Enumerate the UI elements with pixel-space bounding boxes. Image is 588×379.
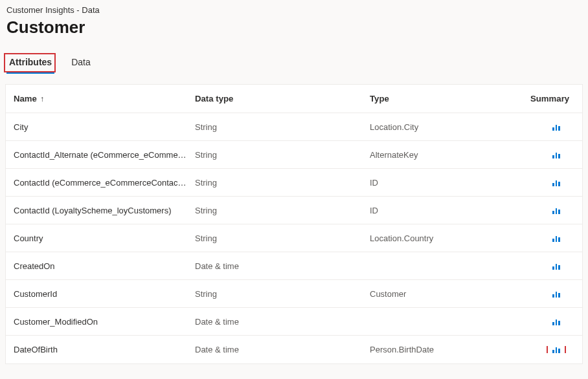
cell-summary — [530, 318, 582, 325]
bar-chart-icon[interactable] — [552, 346, 560, 353]
cell-data-type: String — [187, 233, 362, 243]
breadcrumb[interactable]: Customer Insights - Data — [0, 0, 588, 16]
bar-chart-icon[interactable] — [552, 207, 560, 214]
bar-chart-icon[interactable] — [552, 235, 560, 242]
cell-type: Person.BirthDate — [362, 345, 530, 354]
cell-name: Customer_ModifiedOn — [6, 317, 187, 327]
cell-name: City — [6, 122, 187, 132]
cell-type: Location.Country — [362, 233, 530, 243]
cell-summary — [530, 346, 582, 353]
cell-summary — [530, 263, 582, 270]
cell-summary — [530, 290, 582, 298]
cell-data-type: Date & time — [187, 345, 362, 354]
cell-summary — [530, 179, 582, 186]
cell-name: ContactId (LoyaltyScheme_loyCustomers) — [6, 206, 187, 215]
cell-data-type: String — [187, 289, 362, 299]
cell-data-type: String — [187, 178, 362, 188]
table-row: City String Location.City — [6, 113, 582, 141]
bar-chart-icon[interactable] — [552, 318, 560, 325]
cell-name: ContactId_Alternate (eCommerce_eCommerce… — [6, 150, 187, 160]
cell-data-type: Date & time — [187, 261, 362, 271]
cell-data-type: String — [187, 150, 362, 160]
column-header-name[interactable]: Name ↑ — [6, 94, 187, 103]
column-header-type[interactable]: Type — [362, 94, 530, 103]
table-row: DateOfBirth Date & time Person.BirthDate — [6, 336, 582, 363]
table-row: Country String Location.Country — [6, 224, 582, 252]
cell-type: ID — [362, 178, 530, 188]
cell-name: ContactId (eCommerce_eCommerceContacts) — [6, 178, 187, 188]
cell-type: ID — [362, 206, 530, 215]
table-header: Name ↑ Data type Type Summary — [6, 85, 582, 113]
table-row: ContactId_Alternate (eCommerce_eCommerce… — [6, 141, 582, 169]
table-row: ContactId (eCommerce_eCommerceContacts) … — [6, 169, 582, 197]
tab-data[interactable]: Data — [69, 53, 93, 72]
tabs: Attributes Data — [6, 53, 588, 72]
page-title: Customer — [0, 16, 588, 53]
bar-chart-icon[interactable] — [552, 263, 560, 270]
table-row: CreatedOn Date & time — [6, 252, 582, 280]
cell-type: Location.City — [362, 122, 530, 132]
cell-summary — [530, 235, 582, 242]
bar-chart-icon[interactable] — [552, 124, 560, 131]
tab-attributes[interactable]: Attributes — [6, 53, 54, 72]
cell-summary — [530, 207, 582, 214]
column-header-data-type[interactable]: Data type — [187, 94, 362, 103]
attributes-table: Name ↑ Data type Type Summary City Strin… — [5, 84, 583, 364]
cell-name: CustomerId — [6, 289, 187, 299]
cell-summary — [530, 124, 582, 131]
cell-name: Country — [6, 233, 187, 243]
bar-chart-icon[interactable] — [552, 290, 560, 298]
cell-name: DateOfBirth — [6, 345, 187, 354]
cell-summary — [530, 151, 582, 158]
column-header-name-label: Name — [14, 94, 37, 103]
column-header-summary[interactable]: Summary — [530, 94, 582, 103]
cell-data-type: String — [187, 206, 362, 215]
table-row: ContactId (LoyaltyScheme_loyCustomers) S… — [6, 197, 582, 224]
cell-type: Customer — [362, 289, 530, 299]
cell-data-type: Date & time — [187, 317, 362, 327]
cell-type: AlternateKey — [362, 150, 530, 160]
table-row: Customer_ModifiedOn Date & time — [6, 308, 582, 336]
bar-chart-icon[interactable] — [552, 151, 560, 158]
cell-data-type: String — [187, 122, 362, 132]
sort-ascending-icon: ↑ — [40, 94, 44, 103]
table-row: CustomerId String Customer — [6, 280, 582, 308]
cell-name: CreatedOn — [6, 261, 187, 271]
bar-chart-icon[interactable] — [552, 179, 560, 186]
